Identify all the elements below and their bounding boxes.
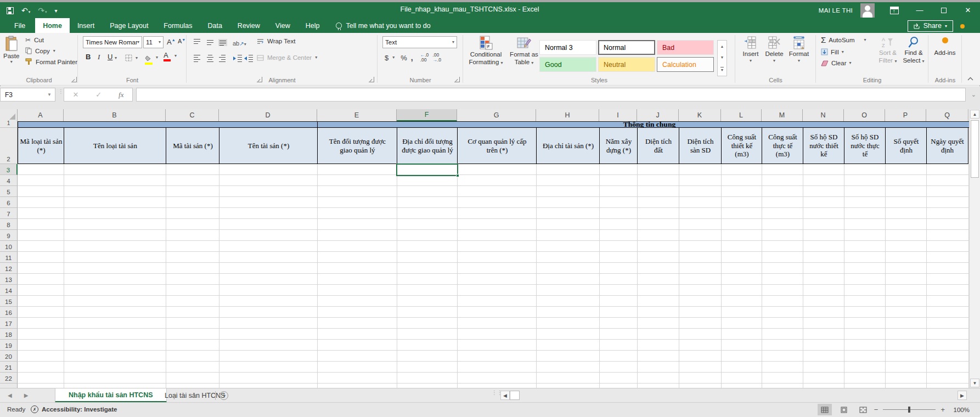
merge-center-button[interactable]: Merge & Center▾	[257, 54, 317, 61]
name-box[interactable]: F3▼	[0, 88, 55, 102]
accessibility-status[interactable]: ✗Accessibility: Investigate	[31, 405, 117, 413]
tab-page-layout[interactable]: Page Layout	[102, 18, 156, 33]
clipboard-dialog-launcher[interactable]	[71, 77, 77, 82]
row-header-3[interactable]: 3	[0, 164, 18, 175]
vertical-scrollbar[interactable]: ▲ ▼	[969, 109, 980, 388]
shrink-font-button[interactable]: A▼	[178, 38, 185, 44]
font-family-combo[interactable]: Times New Roman▾	[83, 36, 142, 48]
zoom-out-button[interactable]: −	[874, 405, 878, 414]
header-cell-Q2[interactable]: Ngày quyết định	[926, 128, 968, 164]
comma-button[interactable]: ,	[411, 53, 413, 62]
font-size-combo[interactable]: 11▾	[143, 36, 164, 48]
header-cell-N2[interactable]: Số hộ SD nước thiết kế	[803, 128, 844, 164]
row-header-4[interactable]: 4	[0, 175, 18, 186]
close-button[interactable]: ✕	[956, 3, 980, 18]
cancel-formula-button[interactable]: ✕	[72, 91, 78, 99]
format-cells-button[interactable]: Format▾	[787, 36, 811, 63]
column-header-P[interactable]: P	[885, 109, 926, 121]
underline-button[interactable]: U	[108, 53, 112, 61]
minimize-button[interactable]: —	[908, 3, 932, 18]
hscroll-right-arrow[interactable]: ▶	[958, 391, 967, 400]
column-header-F[interactable]: F	[397, 109, 457, 121]
row-header-15[interactable]: 15	[0, 296, 18, 307]
formula-input[interactable]	[136, 88, 966, 102]
column-header-D[interactable]: D	[219, 109, 317, 121]
tab-home[interactable]: Home	[35, 18, 70, 33]
header-cell-I2[interactable]: Năm xây dựng (*)	[599, 128, 638, 164]
normal-view-button[interactable]	[818, 404, 832, 415]
row-header-9[interactable]: 9	[0, 230, 18, 241]
prev-sheet-arrow[interactable]: ◀	[8, 392, 12, 398]
cell-style-neutral[interactable]: Neutral	[598, 57, 655, 72]
column-header-E[interactable]: E	[317, 109, 397, 121]
zoom-slider-handle[interactable]	[908, 407, 910, 413]
header-cell-D2[interactable]: Tên tài sản (*)	[219, 128, 318, 164]
header-cell-B2[interactable]: Tên loại tài sản	[64, 128, 166, 164]
increase-decimal-button[interactable]: ←.0.00	[420, 53, 429, 63]
header-cell-G2[interactable]: Cơ quan quản lý cấp trên (*)	[457, 128, 537, 164]
insert-cells-button[interactable]: Insert▾	[740, 36, 762, 63]
tab-file[interactable]: File	[4, 18, 35, 33]
header-cell-A2[interactable]: Mã loại tài sản (*)	[18, 128, 64, 164]
cell-style-good[interactable]: Good	[539, 57, 596, 72]
row-header-23-partial[interactable]	[0, 384, 18, 388]
sort-filter-button[interactable]: AZ Sort &Filter ▾	[875, 36, 900, 65]
save-icon[interactable]	[7, 7, 14, 14]
cut-button[interactable]: ✂Cut	[25, 36, 44, 44]
italic-button[interactable]: I	[98, 53, 100, 61]
column-header-C[interactable]: C	[166, 109, 219, 121]
format-painter-button[interactable]: Format Painter	[25, 58, 77, 65]
column-header-J[interactable]: J	[637, 109, 679, 121]
alignment-dialog-launcher[interactable]	[369, 77, 374, 82]
percent-button[interactable]: %	[401, 54, 407, 62]
scroll-up-arrow[interactable]: ▲	[970, 110, 979, 119]
header-cell-F2[interactable]: Địa chỉ đối tượng được giao quản lý	[397, 128, 458, 164]
merged-cell-title-row[interactable]: Thông tin chung	[317, 121, 969, 128]
header-cell-H2[interactable]: Địa chỉ tài sản (*)	[536, 128, 600, 164]
redo-button[interactable]: ↷▾	[38, 5, 47, 15]
wrap-text-button[interactable]: Wrap Text	[257, 38, 295, 44]
share-button[interactable]: Share▾	[908, 20, 953, 32]
tab-review[interactable]: Review	[230, 18, 268, 33]
row-header-22[interactable]: 22	[0, 373, 18, 384]
cell-style-bad[interactable]: Bad	[657, 40, 714, 55]
maximize-button[interactable]	[932, 3, 956, 18]
sheet-grid[interactable]: ABCDEFGHIJKLMNOPQ12345678910111213141516…	[0, 109, 969, 388]
cell-style-normal-3[interactable]: Normal 3	[539, 40, 596, 55]
number-format-combo[interactable]: Text▾	[382, 36, 457, 48]
row-header-5[interactable]: 5	[0, 186, 18, 197]
header-cell-E2[interactable]: Tên đối tượng được giao quản lý	[317, 128, 397, 164]
page-layout-view-button[interactable]	[837, 404, 851, 415]
column-header-N[interactable]: N	[803, 109, 844, 121]
tab-data[interactable]: Data	[200, 18, 229, 33]
font-color-button[interactable]: A▾	[164, 51, 171, 61]
bold-button[interactable]: B	[86, 53, 91, 61]
column-header-O[interactable]: O	[844, 109, 885, 121]
fill-color-button[interactable]: ▾	[145, 53, 153, 65]
row-header-2[interactable]: 2	[0, 128, 18, 164]
header-cell-L2[interactable]: Công suất thiết kế (m3)	[721, 128, 762, 164]
tab-formulas[interactable]: Formulas	[156, 18, 200, 33]
column-header-K[interactable]: K	[679, 109, 721, 121]
select-all-corner[interactable]	[0, 109, 18, 121]
horizontal-align-icons[interactable]	[193, 54, 227, 62]
zoom-in-button[interactable]: +	[940, 405, 945, 414]
fill-handle[interactable]	[456, 174, 459, 177]
orientation-button[interactable]: ab↗▾	[233, 38, 246, 48]
number-dialog-launcher[interactable]	[454, 77, 460, 82]
row-header-7[interactable]: 7	[0, 208, 18, 219]
cell-style-normal[interactable]: Normal	[598, 40, 655, 55]
row-header-18[interactable]: 18	[0, 329, 18, 340]
collapse-ribbon-button[interactable]	[967, 77, 973, 81]
vertical-scroll-thumb[interactable]	[971, 120, 979, 178]
delete-cells-button[interactable]: Delete▾	[763, 36, 786, 63]
tab-help[interactable]: Help	[298, 18, 328, 33]
tab-view[interactable]: View	[268, 18, 298, 33]
user-name[interactable]: MAI LE THI	[819, 7, 853, 14]
conditional-formatting-button[interactable]: ≠ ConditionalFormatting ▾	[465, 35, 506, 66]
merged-cell-A1-D1[interactable]	[18, 121, 317, 128]
header-cell-P2[interactable]: Số quyết định	[885, 128, 927, 164]
tab-insert[interactable]: Insert	[70, 18, 102, 33]
row-header-14[interactable]: 14	[0, 285, 18, 296]
insert-function-button[interactable]: fx	[119, 91, 123, 99]
